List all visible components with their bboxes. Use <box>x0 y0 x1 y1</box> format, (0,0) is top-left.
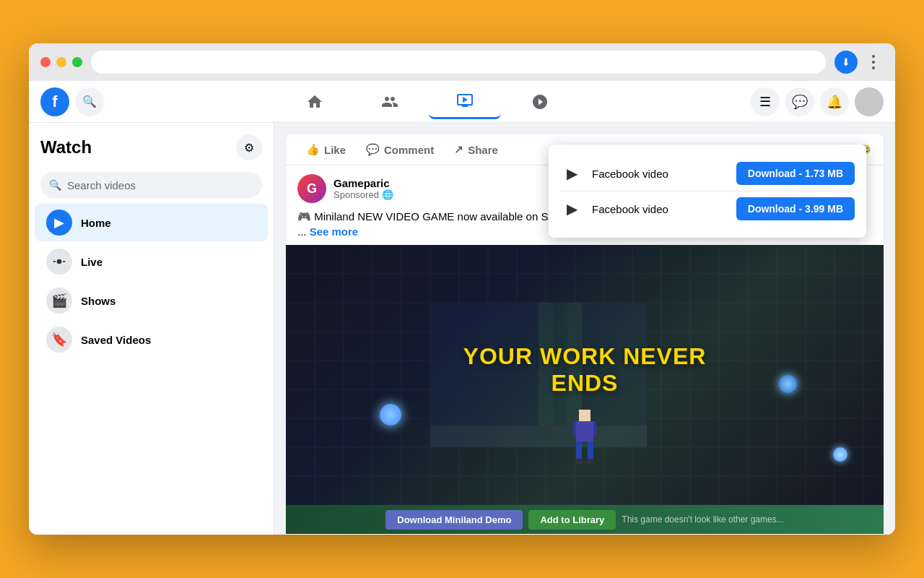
svg-rect-11 <box>579 410 590 421</box>
search-icon: 🔍 <box>49 179 61 191</box>
sidebar-item-home[interactable]: ▶ Home <box>35 204 268 241</box>
download-row-1: ▶ Facebook video Download - 1.73 MB <box>560 156 855 191</box>
post-text-prefix: ... <box>297 225 310 238</box>
shows-icon: 🎬 <box>46 288 72 314</box>
sidebar-header: Watch ⚙ <box>29 129 274 166</box>
nav-groups[interactable] <box>504 85 576 119</box>
live-icon <box>46 249 72 275</box>
browser-controls: ⬇ <box>834 51 884 74</box>
sponsored-label: Sponsored <box>334 189 379 200</box>
video-search-bar[interactable]: 🔍 Search videos <box>40 172 262 198</box>
download-button-1[interactable]: Download - 1.73 MB <box>736 162 855 185</box>
download-popup: ▶ Facebook video Download - 1.73 MB ▶ Fa… <box>549 144 866 238</box>
nav-home[interactable] <box>279 85 351 119</box>
url-bar[interactable] <box>91 51 826 74</box>
sidebar-item-label: Saved Videos <box>81 334 151 346</box>
sidebar-settings-button[interactable]: ⚙ <box>236 134 262 160</box>
close-button[interactable] <box>40 57 51 67</box>
nav-friends[interactable] <box>354 85 426 119</box>
game-banner: Download Miniland Demo Add to Library Th… <box>286 505 884 534</box>
watch-sidebar: Watch ⚙ 🔍 Search videos ▶ Home <box>29 123 274 535</box>
nav-menu-button[interactable]: ☰ <box>751 87 780 116</box>
messenger-button[interactable]: 💬 <box>785 87 814 116</box>
gear-icon: ⚙ <box>244 141 254 155</box>
play-icon: ▶ <box>560 162 583 185</box>
svg-rect-17 <box>576 459 582 465</box>
notifications-button[interactable]: 🔔 <box>820 87 849 116</box>
saved-icon: 🔖 <box>46 327 72 353</box>
orb-bottom <box>833 447 847 462</box>
menu-dot <box>872 66 875 69</box>
svg-rect-13 <box>573 421 576 436</box>
svg-rect-12 <box>576 421 593 441</box>
share-label: Share <box>468 144 498 156</box>
comment-icon: 💬 <box>366 143 380 156</box>
video-thumbnail: YOUR WORK NEVER ENDS <box>286 245 884 505</box>
game-description: This game doesn't look like other games.… <box>622 514 783 525</box>
globe-icon: 🌐 <box>382 189 393 200</box>
traffic-lights <box>40 57 82 67</box>
svg-rect-2 <box>63 261 65 262</box>
nav-watch[interactable] <box>429 85 501 119</box>
sidebar-item-shows[interactable]: 🎬 Shows <box>35 282 268 319</box>
svg-rect-18 <box>588 459 593 465</box>
facebook-logo[interactable]: f <box>40 87 69 116</box>
orb-right <box>779 375 797 393</box>
download-row-2: ▶ Facebook video Download - 3.99 MB <box>560 191 855 226</box>
home-icon: ▶ <box>46 210 72 236</box>
download-label-1: Facebook video <box>592 168 728 180</box>
see-more-button[interactable]: See more <box>310 225 359 238</box>
svg-rect-16 <box>588 441 593 459</box>
comment-label: Comment <box>384 144 434 156</box>
svg-rect-15 <box>576 441 582 459</box>
like-label: Like <box>324 144 346 156</box>
download-button-2[interactable]: Download - 3.99 MB <box>736 197 855 220</box>
svg-rect-7 <box>430 426 647 447</box>
like-button[interactable]: 👍 Like <box>297 137 354 162</box>
svg-rect-1 <box>53 261 56 262</box>
search-placeholder: Search videos <box>67 179 136 191</box>
nav-right: ☰ 💬 🔔 <box>751 87 884 116</box>
add-to-library-button[interactable]: Add to Library <box>528 510 616 530</box>
share-button[interactable]: ↗ Share <box>445 137 507 162</box>
download-icon: ⬇ <box>842 56 850 68</box>
svg-point-0 <box>57 259 62 264</box>
download-manager-button[interactable]: ⬇ <box>834 51 858 74</box>
facebook-topnav: f 🔍 <box>29 81 895 123</box>
svg-rect-14 <box>593 421 596 436</box>
play-icon: ▶ <box>560 197 583 220</box>
sidebar-item-label: Home <box>81 217 111 229</box>
nav-icons <box>110 85 745 119</box>
comment-button[interactable]: 💬 Comment <box>357 137 443 162</box>
sidebar-item-live[interactable]: Live <box>35 243 268 280</box>
like-icon: 👍 <box>306 143 320 156</box>
menu-dot <box>872 61 875 64</box>
menu-dot <box>872 55 875 58</box>
browser-titlebar: ⬇ <box>29 43 895 81</box>
author-avatar[interactable]: G <box>297 174 326 203</box>
browser-menu-button[interactable] <box>863 52 884 72</box>
user-avatar[interactable] <box>855 87 884 116</box>
orb-left <box>380 404 401 426</box>
maximize-button[interactable] <box>72 57 82 67</box>
post-footer: HTTPS://STORE.STEAMPOWERED.COM/APP/19340… <box>286 534 884 535</box>
sidebar-item-label: Shows <box>81 295 116 307</box>
video-container[interactable]: YOUR WORK NEVER ENDS <box>286 245 884 534</box>
search-icon: 🔍 <box>82 95 97 108</box>
sidebar-item-label: Live <box>81 256 103 268</box>
sidebar-item-saved[interactable]: 🔖 Saved Videos <box>35 321 268 358</box>
sidebar-title: Watch <box>40 137 92 158</box>
pixel-character <box>556 404 614 476</box>
video-title: YOUR WORK NEVER ENDS <box>435 343 734 397</box>
download-label-2: Facebook video <box>592 203 728 215</box>
download-demo-button[interactable]: Download Miniland Demo <box>385 510 523 530</box>
share-icon: ↗ <box>454 143 463 156</box>
minimize-button[interactable] <box>56 57 66 67</box>
search-button[interactable]: 🔍 <box>75 87 104 116</box>
